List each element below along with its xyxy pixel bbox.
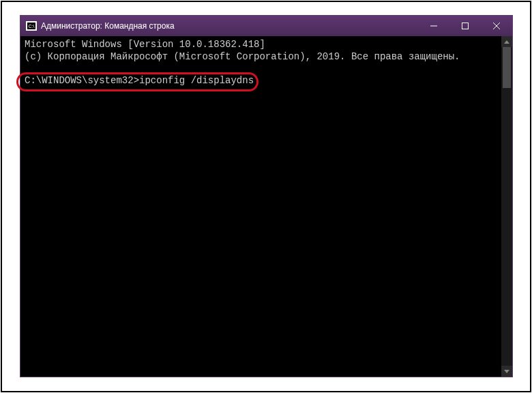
titlebar[interactable]: C:\ Администратор: Командная строка	[20, 16, 512, 36]
cmd-icon-inner: C:\	[27, 23, 35, 29]
vertical-scrollbar[interactable]	[501, 36, 512, 377]
window-controls	[418, 16, 512, 36]
window-title: Администратор: Командная строка	[41, 21, 418, 31]
close-button[interactable]	[481, 16, 512, 36]
version-line: Microsoft Windows [Version 10.0.18362.41…	[25, 39, 265, 50]
scrollbar-down-button[interactable]	[501, 366, 512, 377]
copyright-line: (c) Корпорация Майкрософт (Microsoft Cor…	[25, 51, 460, 62]
prompt: C:\WINDOWS\system32>	[25, 75, 139, 86]
console-body: Microsoft Windows [Version 10.0.18362.41…	[20, 36, 512, 377]
minimize-icon	[430, 23, 437, 29]
close-icon	[493, 23, 500, 29]
command-prompt-window: C:\ Администратор: Командная строка Micr…	[20, 15, 513, 377]
typed-command: ipconfig /displaydns	[139, 75, 254, 86]
svg-rect-1	[462, 23, 469, 29]
console-output[interactable]: Microsoft Windows [Version 10.0.18362.41…	[20, 36, 501, 377]
cmd-icon: C:\	[26, 21, 37, 31]
chevron-down-icon	[504, 370, 509, 373]
scrollbar-thumb[interactable]	[503, 47, 511, 88]
scrollbar-up-button[interactable]	[501, 36, 512, 47]
chevron-up-icon	[504, 40, 509, 44]
maximize-icon	[462, 23, 469, 29]
minimize-button[interactable]	[418, 16, 449, 36]
maximize-button[interactable]	[449, 16, 481, 36]
